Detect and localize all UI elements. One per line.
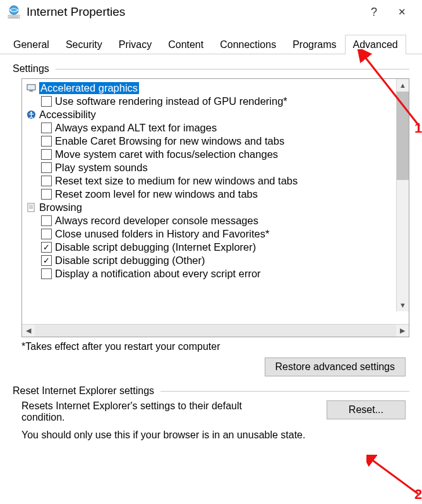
- svg-rect-4: [27, 85, 35, 90]
- tree-item-label: Disable script debugging (Internet Explo…: [55, 241, 256, 253]
- tree-item[interactable]: ✓Disable script debugging (Other): [22, 254, 409, 267]
- tab-privacy[interactable]: Privacy: [111, 35, 160, 54]
- tree-item[interactable]: Enable Caret Browsing for new windows an…: [22, 135, 409, 148]
- checkbox[interactable]: ✓: [41, 242, 52, 253]
- reset-group: Reset Internet Explorer settings Resets …: [13, 385, 409, 441]
- category-label: Accessibility: [39, 109, 96, 121]
- tree-item[interactable]: Display a notification about every scrip…: [22, 267, 409, 280]
- checkbox[interactable]: [41, 123, 52, 133]
- settings-group: Settings Accelerated graphicsUse softwar…: [13, 63, 409, 376]
- checkbox[interactable]: [41, 96, 52, 107]
- reset-description: Resets Internet Explorer's settings to t…: [21, 400, 255, 423]
- tree-item[interactable]: Reset text size to medium for new window…: [22, 174, 409, 188]
- tree-category[interactable]: Accessibility: [22, 108, 409, 121]
- close-button[interactable]: ✕: [388, 3, 416, 21]
- reset-warning: You should only use this if your browser…: [21, 429, 406, 441]
- annotation-2-label: 2: [414, 486, 422, 503]
- svg-point-0: [9, 6, 18, 15]
- tree-category[interactable]: Accelerated graphics: [22, 81, 409, 95]
- tree-item-label: Use software rendering instead of GPU re…: [55, 95, 287, 107]
- svg-rect-1: [8, 15, 20, 18]
- tree-item[interactable]: Always record developer console messages: [22, 214, 409, 227]
- tree-item-label: Display a notification about every scrip…: [55, 268, 261, 280]
- scroll-thumb[interactable]: [397, 92, 409, 180]
- checkbox[interactable]: [41, 149, 52, 160]
- horizontal-scrollbar[interactable]: ◀ ▶: [22, 324, 409, 337]
- category-label: Accelerated graphics: [39, 82, 139, 94]
- svg-point-7: [30, 112, 32, 114]
- tree-item-label: Reset text size to medium for new window…: [55, 175, 298, 187]
- tree-item[interactable]: Move system caret with focus/selection c…: [22, 148, 409, 161]
- tree-item[interactable]: ✓Disable script debugging (Internet Expl…: [22, 241, 409, 254]
- monitor-icon: [26, 83, 37, 93]
- divider: [56, 69, 409, 69]
- reset-button[interactable]: Reset...: [327, 400, 406, 419]
- checkbox[interactable]: [41, 162, 52, 173]
- checkbox[interactable]: [41, 176, 52, 186]
- tree-item[interactable]: Reset zoom level for new windows and tab…: [22, 188, 409, 201]
- tab-advanced[interactable]: Advanced: [345, 35, 406, 54]
- settings-tree: Accelerated graphicsUse software renderi…: [21, 78, 409, 337]
- accessibility-icon: [26, 109, 37, 120]
- tree-category[interactable]: Browsing: [22, 201, 409, 214]
- app-icon: [6, 4, 21, 20]
- tab-general[interactable]: General: [5, 35, 57, 54]
- tree-item-label: Disable script debugging (Other): [55, 255, 205, 267]
- tree-item-label: Move system caret with focus/selection c…: [55, 148, 278, 160]
- checkbox[interactable]: [41, 268, 52, 279]
- page-icon: [26, 202, 37, 213]
- category-label: Browsing: [39, 201, 82, 213]
- title-bar: Internet Properties ? ✕: [0, 0, 422, 28]
- tree-item[interactable]: Use software rendering instead of GPU re…: [22, 95, 409, 108]
- tab-security[interactable]: Security: [57, 35, 111, 54]
- tab-content[interactable]: Content: [160, 35, 212, 54]
- divider: [160, 391, 409, 392]
- tree-item-label: Enable Caret Browsing for new windows an…: [55, 135, 284, 147]
- tree-item[interactable]: Play system sounds: [22, 161, 409, 174]
- tab-programs[interactable]: Programs: [284, 35, 344, 54]
- tab-strip: General Security Privacy Content Connect…: [0, 34, 422, 54]
- restart-note: *Takes effect after you restart your com…: [21, 341, 409, 352]
- help-button[interactable]: ?: [360, 3, 388, 21]
- tree-item-label: Reset zoom level for new windows and tab…: [55, 188, 258, 200]
- svg-rect-5: [30, 90, 33, 92]
- checkbox[interactable]: [41, 229, 52, 239]
- tree-viewport[interactable]: Accelerated graphicsUse software renderi…: [22, 79, 409, 324]
- scroll-right-icon[interactable]: ▶: [396, 325, 409, 337]
- reset-group-title: Reset Internet Explorer settings: [13, 385, 154, 397]
- svg-line-14: [370, 459, 418, 494]
- checkbox[interactable]: ✓: [41, 255, 52, 266]
- hscroll-track[interactable]: [35, 325, 396, 337]
- tree-item-label: Close unused folders in History and Favo…: [55, 228, 269, 240]
- annotation-2: 2: [366, 455, 422, 499]
- checkbox[interactable]: [41, 215, 52, 226]
- checkbox[interactable]: [41, 136, 52, 147]
- checkbox[interactable]: [41, 189, 52, 200]
- vertical-scrollbar[interactable]: ▲ ▼: [396, 79, 409, 311]
- scroll-down-icon[interactable]: ▼: [397, 299, 409, 311]
- tree-item-label: Play system sounds: [55, 162, 148, 174]
- restore-advanced-button[interactable]: Restore advanced settings: [265, 357, 406, 376]
- tree-item[interactable]: Close unused folders in History and Favo…: [22, 227, 409, 241]
- settings-group-title: Settings: [13, 63, 49, 75]
- tree-item[interactable]: Always expand ALT text for images: [22, 121, 409, 135]
- scroll-left-icon[interactable]: ◀: [22, 325, 35, 337]
- tab-connections[interactable]: Connections: [212, 35, 284, 54]
- tree-item-label: Always record developer console messages: [55, 215, 258, 227]
- window-title: Internet Properties: [27, 5, 360, 19]
- tree-item-label: Always expand ALT text for images: [55, 122, 217, 134]
- scroll-up-icon[interactable]: ▲: [397, 79, 409, 92]
